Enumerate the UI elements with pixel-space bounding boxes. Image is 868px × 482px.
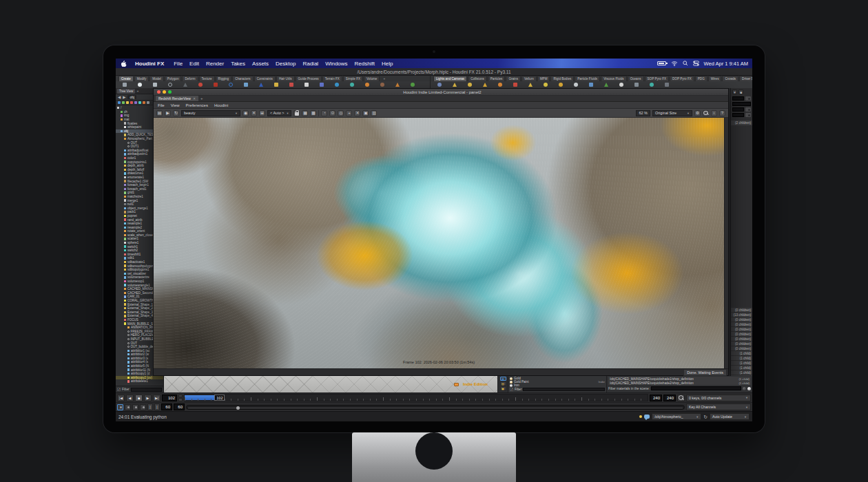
key-all-channels-dropdown[interactable]: Key All Channels ▼: [686, 404, 751, 410]
shelf-tab-vellum[interactable]: Vellum: [521, 76, 537, 81]
shelf-tab-oceans[interactable]: Oceans: [628, 76, 644, 81]
play-reverse-button[interactable]: ◀: [126, 395, 134, 401]
tree-children-count[interactable]: (1 child): [731, 370, 752, 375]
shelf-tool-icon[interactable]: [451, 82, 457, 88]
close-window-button[interactable]: [157, 90, 161, 94]
keys-channels-dropdown[interactable]: 0 keys, 0/0 channels ▼: [686, 395, 751, 401]
tree-children-count[interactable]: (0 children): [731, 337, 752, 341]
menu-takes[interactable]: Takes: [227, 61, 249, 67]
filter-input[interactable]: [131, 388, 162, 392]
tree-filter-type-icon[interactable]: [126, 101, 129, 104]
follow-playhead-icon[interactable]: [140, 404, 146, 410]
checker-background-icon[interactable]: ▩: [310, 110, 316, 116]
shelf-tool-icon[interactable]: [227, 82, 234, 88]
tree-children-count[interactable]: (1 child): [731, 351, 752, 355]
menu-file[interactable]: File: [170, 61, 186, 67]
audio-toggle-icon[interactable]: [125, 404, 131, 410]
material-ball-light-icon[interactable]: [747, 387, 751, 390]
shelf-tab-simple-fx[interactable]: Simple FX: [343, 76, 363, 81]
shelf-tab-particle-fluids[interactable]: Particle Fluids: [575, 76, 600, 81]
clear-icon[interactable]: ✕: [251, 110, 257, 116]
auto-mode-dropdown[interactable]: < Auto > ▼: [267, 110, 291, 116]
close-tab-icon[interactable]: ✕: [193, 96, 196, 101]
menu-edit[interactable]: Edit: [186, 61, 203, 67]
layout-grid-button[interactable]: ▦: [500, 377, 506, 381]
shelf-tool-icon[interactable]: [379, 82, 385, 88]
material-filter-input[interactable]: [523, 388, 605, 391]
shelf-tool-icon[interactable]: [167, 82, 173, 88]
shelf-tab-lights-and-cameras[interactable]: Lights and Cameras: [433, 76, 467, 81]
shelf-tab-dop-pyro-fx[interactable]: DOP Pyro FX: [670, 76, 694, 81]
shelf-tool-icon[interactable]: [349, 82, 355, 88]
shelf-tool-icon[interactable]: [588, 82, 594, 88]
tree-node[interactable]: attribdelete1: [116, 379, 163, 384]
tab-redshift-renderview[interactable]: Redshift RenderView ✕: [156, 96, 198, 101]
stop-button[interactable]: ■: [135, 395, 143, 401]
param-field[interactable]: [732, 102, 751, 106]
material-filter-checkbox[interactable]: ✓: [510, 388, 513, 391]
end-frame-field-2[interactable]: 240: [663, 395, 676, 401]
shelf-tab-deform[interactable]: Deform: [182, 76, 198, 81]
shelf-tab-polygon[interactable]: Polygon: [165, 76, 182, 81]
tree-children-count[interactable]: (0 children): [731, 346, 752, 350]
shelf-tab-guide-process[interactable]: Guide Process: [296, 76, 322, 81]
renderview-menu-file[interactable]: File: [158, 103, 165, 107]
shelf-tab-volume[interactable]: Volume: [364, 76, 380, 81]
loop-mode-icon[interactable]: [132, 404, 138, 410]
shelf-tab-driver-simulation[interactable]: Driver Simulation: [739, 76, 752, 81]
shelf-tool-icon[interactable]: [152, 82, 158, 88]
shop-definition-row[interactable]: /obj/CACHED_MAINSHAPE/uvquickshade2/shop…: [608, 381, 751, 385]
shelf-tool-icon[interactable]: [364, 82, 370, 88]
realtime-toggle-icon[interactable]: [117, 404, 123, 410]
range-lock-right-icon[interactable]: |: [154, 404, 160, 410]
shelf-tool-icon[interactable]: [394, 82, 400, 88]
shelf-tool-icon[interactable]: [542, 82, 548, 88]
restart-render-icon[interactable]: ↻: [173, 110, 179, 116]
shelf-tool-icon[interactable]: [318, 82, 324, 88]
shelf-tool-icon[interactable]: [557, 82, 564, 88]
timeline-playhead[interactable]: 102: [214, 395, 225, 401]
param-field[interactable]: [732, 96, 744, 101]
panel-pin-icon[interactable]: ■: [738, 90, 743, 94]
app-menu-title[interactable]: Houdini FX: [132, 61, 167, 67]
shelf-tab-modify[interactable]: Modify: [134, 76, 149, 81]
compare-ab-icon[interactable]: ▣: [362, 110, 369, 116]
nav-back-icon[interactable]: ◀: [118, 95, 121, 99]
current-frame-field[interactable]: 102: [162, 395, 177, 401]
menu-desktop[interactable]: Desktop: [272, 61, 299, 67]
range-start-field[interactable]: 60: [161, 404, 172, 410]
wifi-icon[interactable]: [671, 61, 678, 66]
battery-icon[interactable]: [657, 61, 666, 65]
lock-icon[interactable]: [293, 110, 300, 116]
shelf-tab-rigid-bodies[interactable]: Rigid Bodies: [550, 76, 574, 81]
material-ball-dark-icon[interactable]: [743, 387, 746, 390]
tree-filter-type-icon[interactable]: [130, 101, 133, 104]
play-button[interactable]: ▶: [144, 395, 152, 401]
menu-radial[interactable]: Radial: [299, 61, 322, 67]
shelf-tool-icon[interactable]: [288, 82, 294, 88]
shelf-tool-icon[interactable]: [121, 82, 127, 88]
info-icon[interactable]: i: [711, 110, 717, 116]
shelf-tab-pdg[interactable]: PDG: [695, 76, 707, 81]
shelf-tab-model[interactable]: Model: [149, 76, 164, 81]
snapshot-icon[interactable]: ▤: [156, 110, 163, 116]
add-tab-button[interactable]: +: [136, 89, 138, 93]
range-slider[interactable]: [186, 405, 685, 410]
menu-render[interactable]: Render: [203, 61, 227, 67]
shelf-tool-icon[interactable]: [242, 82, 249, 88]
focus-target-icon[interactable]: ◎: [338, 110, 344, 116]
shelf-tool-icon[interactable]: [527, 82, 533, 88]
tree-filter-type-icon[interactable]: [122, 101, 125, 104]
camera-icon[interactable]: [745, 107, 751, 112]
tree-children-count[interactable]: (0 children): [731, 317, 752, 322]
apple-menu-icon[interactable]: [120, 60, 127, 67]
shelf-tool-icon[interactable]: [273, 82, 279, 88]
panel-menu-icon[interactable]: ▾: [732, 90, 737, 94]
shelf-tab-hair-utils[interactable]: Hair Utils: [276, 76, 295, 81]
tab-tree-view[interactable]: Tree View: [117, 89, 135, 94]
timeline-ruler[interactable]: 102: [184, 394, 648, 401]
tree-children-count[interactable]: (2 children): [731, 120, 752, 125]
camera-icon[interactable]: [745, 96, 751, 101]
shelf-tab-constraints[interactable]: Constraints: [254, 76, 276, 81]
shelf-tab-wires[interactable]: Wires: [708, 76, 722, 81]
